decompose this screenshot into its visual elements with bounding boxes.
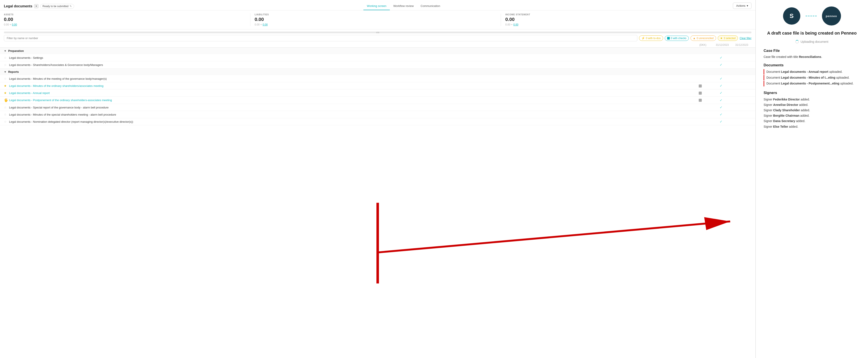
check-col2: ✓ <box>711 63 731 67</box>
signers-list: Signer Federikke Director added. Signer … <box>764 97 860 129</box>
section-reports: ▼ Reports <box>0 68 755 75</box>
signer-item: Signer Clady Shareholder added. <box>764 107 860 113</box>
check-col2: ✓ <box>711 112 731 117</box>
case-file-section-title: Case File <box>764 48 860 53</box>
penneo-logo: penneo <box>822 6 841 26</box>
check-col1 <box>690 98 710 102</box>
source-logo: S <box>783 7 800 25</box>
check-col2: ✓ <box>711 56 731 60</box>
app-title: Legal documents <box>4 4 32 8</box>
col-date1-header: 31/12/2023 <box>713 43 732 46</box>
tab-communication[interactable]: Communication <box>417 2 444 10</box>
table-row: ☆ Legal documents - Shareholders/Associa… <box>0 61 755 68</box>
penneo-main-title: A draft case file is being created on Pe… <box>764 31 860 36</box>
reports-chevron-icon[interactable]: ▼ <box>4 70 6 73</box>
liabilities-link[interactable]: 0.00 <box>263 23 268 26</box>
income-sub: 0.00 + 0.00 <box>505 23 747 26</box>
liabilities-sub: 0.00 + 0.00 <box>255 23 497 26</box>
dash-line <box>806 16 817 16</box>
section-preparation: ▼ Preparation <box>0 47 755 54</box>
signer-item: Signer Else Teller added. <box>764 124 860 129</box>
app-title-dropdown[interactable]: ▾ <box>34 4 38 8</box>
case-file-info: Case file created with title Reconciliat… <box>764 55 860 59</box>
todo-icon: ⚡ <box>642 36 645 40</box>
check-col2: ✓ <box>711 84 731 88</box>
check-col1 <box>690 84 710 88</box>
actions-button[interactable]: Actions ▾ <box>733 3 751 9</box>
documents-list: Document Legal documents - Annual report… <box>764 69 860 87</box>
square-icon <box>699 99 702 102</box>
star-icon[interactable]: ☆ <box>4 120 8 123</box>
income-link[interactable]: 0.00 <box>513 23 518 26</box>
chip-checks[interactable]: 0 with checks <box>665 36 689 41</box>
document-item: Document Legal documents - Minutes of t.… <box>764 75 860 80</box>
table-row: ☆ Legal documents - Nomination delegated… <box>0 118 755 125</box>
status-edit-icon[interactable]: ✎ <box>70 5 72 8</box>
table-row: ☆ Legal documents - Minutes of the meeti… <box>0 75 755 82</box>
status-badge: Ready to be submitted ✎ <box>40 4 74 9</box>
stat-income: INCOME STATEMENT 0.00 0.00 + 0.00 <box>501 13 751 26</box>
star-icon[interactable]: ★ <box>4 91 8 95</box>
star-icon[interactable]: ☆ <box>4 113 8 116</box>
star-icon[interactable]: ☆ <box>4 63 8 67</box>
signer-item: Signer Bergitte Chairman added. <box>764 113 860 119</box>
header-actions: Actions ▾ <box>733 3 751 9</box>
table-header: (DKK) 31/12/2023 31/12/2023 <box>0 42 755 47</box>
check-col2: ✓ <box>711 77 731 80</box>
clear-filter-button[interactable]: Clear filter <box>740 37 751 40</box>
chip-selected[interactable]: ★ 3 selected <box>718 35 738 41</box>
check-icon: ✓ <box>720 98 722 102</box>
progress-bar: n/a <box>4 32 751 33</box>
document-item: Document Legal documents - Annual report… <box>764 69 860 74</box>
check-icon: ✓ <box>720 105 722 109</box>
chip-unreconciled[interactable]: ▲ 0 unreconciled <box>690 35 716 41</box>
checks-icon <box>667 37 670 39</box>
uploading-status: Uploading document <box>764 40 860 43</box>
check-icon: ✓ <box>720 120 722 123</box>
check-icon: ✓ <box>720 77 722 80</box>
square-icon <box>699 85 702 88</box>
table-row: 🖐 Legal documents - Postponement of the … <box>0 97 755 104</box>
check-icon: ✓ <box>720 112 722 116</box>
filter-bar: n/a ⚡ 0 with to-dos 0 with checks ▲ 0 un… <box>0 29 755 42</box>
tab-workflow-review[interactable]: Workflow review <box>390 2 417 10</box>
assets-sub: 0.00 + 0.00 <box>4 23 246 26</box>
spinner-icon <box>795 40 799 43</box>
unreconciled-icon: ▲ <box>693 36 696 40</box>
check-icon: ✓ <box>720 84 722 88</box>
chip-todo[interactable]: ⚡ 0 with to-dos <box>639 35 663 41</box>
documents-section-title: Documents <box>764 63 860 67</box>
star-icon[interactable]: ☆ <box>4 106 8 109</box>
table-body: ▼ Preparation ☆ Legal documents - Settin… <box>0 47 755 358</box>
table-content: ▼ Preparation ☆ Legal documents - Settin… <box>0 47 755 358</box>
check-col2: ✓ <box>711 98 731 102</box>
check-icon: ✓ <box>720 63 722 67</box>
app-header: Legal documents ▾ Ready to be submitted … <box>0 0 755 10</box>
check-icon: ✓ <box>720 91 722 95</box>
star-icon[interactable]: ☆ <box>4 56 8 59</box>
star-special-icon[interactable]: 🖐 <box>4 98 8 102</box>
signer-item: Signer Annelise Director added. <box>764 102 860 107</box>
preparation-chevron-icon[interactable]: ▼ <box>4 50 6 53</box>
stat-assets: ASSETS 0.00 0.00 + 0.00 <box>4 13 250 26</box>
selected-icon: ★ <box>720 36 723 40</box>
signer-item: Signer Federikke Director added. <box>764 97 860 102</box>
check-col2: ✓ <box>711 91 731 95</box>
filter-row: ⚡ 0 with to-dos 0 with checks ▲ 0 unreco… <box>4 35 751 41</box>
table-row: ★ Legal documents - Annual report ✓ <box>0 90 755 97</box>
star-icon[interactable]: ★ <box>4 84 8 88</box>
progress-label: n/a <box>376 32 379 33</box>
check-icon: ✓ <box>720 56 722 59</box>
table-row: ☆ Legal documents - Special report of th… <box>0 104 755 111</box>
actions-chevron-icon: ▾ <box>747 4 748 7</box>
star-icon[interactable]: ☆ <box>4 77 8 80</box>
logo-connector <box>806 16 817 16</box>
tab-working-screen[interactable]: Working screen <box>364 2 390 10</box>
header-left: Legal documents ▾ Ready to be submitted … <box>4 4 74 9</box>
document-item: Document Legal documents - Postponement.… <box>764 81 860 86</box>
square-icon <box>699 92 702 95</box>
assets-link[interactable]: 0.00 <box>12 23 17 26</box>
check-col1 <box>690 91 710 95</box>
table-row: ☆ Legal documents - Settings ✓ <box>0 54 755 61</box>
filter-input[interactable] <box>4 35 637 41</box>
